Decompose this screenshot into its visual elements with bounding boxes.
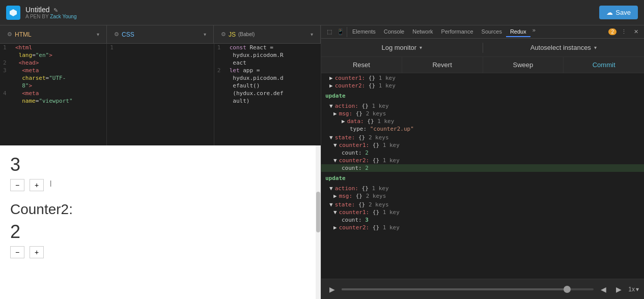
warn-badge: 2 — [608, 28, 617, 35]
js-gear-icon[interactable]: ⚙ — [221, 31, 226, 38]
pen-title: Untitled ✎ — [25, 6, 76, 14]
tab-elements[interactable]: Elements — [348, 27, 380, 37]
tab-redux[interactable]: Redux — [506, 27, 530, 37]
counter2-minus-button[interactable]: − — [10, 246, 24, 258]
save-button[interactable]: Save — [599, 6, 638, 19]
counter1-plus-button[interactable]: + — [30, 179, 44, 191]
preview-panel: 3 − + | Counter2: 2 − + — [0, 145, 321, 299]
counter1-minus-button[interactable]: − — [10, 179, 24, 191]
tab-css[interactable]: ⚙ CSS ▾ — [107, 25, 214, 43]
speed-dropdown-icon[interactable]: ▾ — [636, 286, 639, 293]
tree-row[interactable]: ▼ state: {} 2 keys — [321, 201, 644, 208]
tab-performance[interactable]: Performance — [437, 27, 478, 37]
preview-scroll-thumb[interactable] — [316, 192, 320, 232]
prev-button[interactable]: ◀ — [598, 284, 609, 295]
html-tab-label: HTML — [15, 31, 32, 38]
save-label: Save — [615, 9, 631, 16]
log-entry-header: update — [321, 91, 644, 101]
devtools-panel: ⬚ 📱 Elements Console Network Performance… — [321, 25, 644, 299]
tab-js[interactable]: ⚙ JS (Babel) ▾ — [214, 25, 321, 43]
tree-row: count: 2 — [321, 149, 644, 157]
device-icon[interactable]: 📱 — [335, 27, 346, 37]
collapsed-top-entries: ▶ counter1: {} 1 key ▶ counter2: {} 1 ke… — [321, 73, 644, 91]
progress-track[interactable] — [342, 288, 594, 290]
preview-scrollbar[interactable] — [316, 145, 321, 299]
tab-console[interactable]: Console — [380, 27, 408, 37]
sweep-button[interactable]: Sweep — [483, 57, 564, 73]
html-editor[interactable]: 1<html lang="en"> 2 <head> 3 <meta chars… — [0, 44, 107, 145]
counter2-buttons: − + — [10, 246, 311, 258]
css-tab-arrow[interactable]: ▾ — [204, 32, 206, 37]
tab-sources[interactable]: Sources — [478, 27, 506, 37]
css-tab-label: CSS — [122, 31, 134, 38]
log-tree-2: ▼ action: {} 1 key ▶ msg: {} 2 keys ▼ st… — [321, 184, 644, 232]
tree-row[interactable]: ▼ action: {} 1 key — [321, 185, 644, 192]
svg-marker-0 — [10, 9, 17, 16]
tree-row[interactable]: ▼ counter2: {} 1 key — [321, 157, 644, 164]
log-monitor-label: Log monitor — [381, 44, 416, 51]
css-editor[interactable]: 1 — [107, 44, 214, 145]
playback-bar: ▶ ◀ ▶ 1x ▾ — [321, 279, 644, 299]
revert-button[interactable]: Revert — [402, 57, 483, 73]
js-tab-arrow[interactable]: ▾ — [311, 32, 313, 37]
devtools-close-icon[interactable]: ✕ — [631, 27, 641, 37]
log-entry-header-2: update — [321, 173, 644, 184]
tree-row[interactable]: ▶ msg: {} 2 keys — [321, 192, 644, 200]
play-button[interactable]: ▶ — [326, 284, 338, 295]
progress-thumb[interactable] — [564, 286, 571, 293]
cursor: | — [50, 179, 51, 191]
css-gear-icon[interactable]: ⚙ — [114, 31, 119, 38]
speed-selector[interactable]: 1x ▾ — [628, 286, 639, 293]
counter2-plus-button[interactable]: + — [30, 246, 44, 258]
tree-row[interactable]: ▶ counter2: {} 1 key — [321, 82, 644, 89]
tree-row[interactable]: ▶ msg: {} 2 keys — [321, 110, 644, 117]
js-editor[interactable]: 1const React = hydux.picodom.R eact 2let… — [214, 44, 321, 145]
reset-button[interactable]: Reset — [321, 57, 402, 73]
counter1-value: 3 — [10, 156, 311, 174]
commit-button[interactable]: Commit — [564, 57, 644, 73]
tree-row[interactable]: ▼ action: {} 1 key — [321, 102, 644, 110]
tree-row[interactable]: ▶ counter1: {} 1 key — [321, 74, 644, 82]
edit-icon[interactable]: ✎ — [53, 7, 58, 13]
tree-row: count: 3 — [321, 216, 644, 224]
inspect-icon[interactable]: ⬚ — [324, 27, 334, 37]
more-tabs-icon[interactable]: » — [530, 27, 538, 37]
tab-network[interactable]: Network — [408, 27, 437, 37]
log-entries[interactable]: ▶ counter1: {} 1 key ▶ counter2: {} 1 ke… — [321, 73, 644, 279]
devtools-topbar: ⬚ 📱 Elements Console Network Performance… — [321, 25, 644, 39]
tree-arrow[interactable]: ▶ — [329, 75, 333, 81]
main-area: ⚙ HTML ▾ ⚙ CSS ▾ ⚙ JS (Babel) ▾ — [0, 25, 644, 299]
tab-html[interactable]: ⚙ HTML ▾ — [0, 25, 107, 43]
counter1-buttons: − + | — [10, 179, 311, 191]
log-monitor-bar: Log monitor ▾ Autoselect instances ▾ — [321, 39, 644, 57]
preview-content: 3 − + | Counter2: 2 − + — [0, 145, 321, 299]
tree-row[interactable]: ▶ counter2: {} 1 key — [321, 224, 644, 231]
autoselect-dropdown-icon[interactable]: ▾ — [594, 45, 597, 50]
tree-row[interactable]: ▼ counter1: {} 1 key — [321, 208, 644, 216]
title-area: Untitled ✎ A PEN BY Zack Young — [25, 6, 76, 19]
redux-panel: Log monitor ▾ Autoselect instances ▾ Res… — [321, 39, 644, 299]
devtools-nav-tabs: Elements Console Network Performance Sou… — [348, 27, 538, 37]
autoselect-area: Autoselect instances ▾ — [483, 44, 645, 51]
editors-content: 1<html lang="en"> 2 <head> 3 <meta chars… — [0, 44, 321, 145]
js-tab-sub: (Babel) — [238, 32, 255, 37]
editor-tabs: ⚙ HTML ▾ ⚙ CSS ▾ ⚙ JS (Babel) ▾ — [0, 25, 321, 44]
tree-row[interactable]: ▼ state: {} 2 keys — [321, 134, 644, 141]
devtools-more-icon[interactable]: ⋮ — [619, 27, 629, 37]
editor-panel: ⚙ HTML ▾ ⚙ CSS ▾ ⚙ JS (Babel) ▾ — [0, 25, 321, 299]
tree-arrow[interactable]: ▶ — [329, 82, 333, 89]
html-gear-icon[interactable]: ⚙ — [7, 31, 12, 38]
tree-row: count: 2 — [321, 164, 644, 172]
pen-subtitle: A PEN BY Zack Young — [25, 14, 76, 19]
tree-row: type: "counter2.up" — [321, 125, 644, 133]
tree-row[interactable]: ▶ data: {} 1 key — [321, 117, 644, 125]
next-button[interactable]: ▶ — [613, 284, 624, 295]
logo-icon — [6, 6, 20, 20]
html-tab-arrow[interactable]: ▾ — [97, 32, 99, 37]
counter2-value: 2 — [10, 223, 311, 241]
log-monitor-dropdown-icon[interactable]: ▾ — [419, 45, 422, 50]
counter2-label: Counter2: — [10, 201, 311, 218]
progress-fill — [342, 288, 569, 290]
tree-row[interactable]: ▼ counter1: {} 1 key — [321, 141, 644, 149]
devtools-right-icons: 2 ⋮ ✕ — [608, 27, 641, 37]
